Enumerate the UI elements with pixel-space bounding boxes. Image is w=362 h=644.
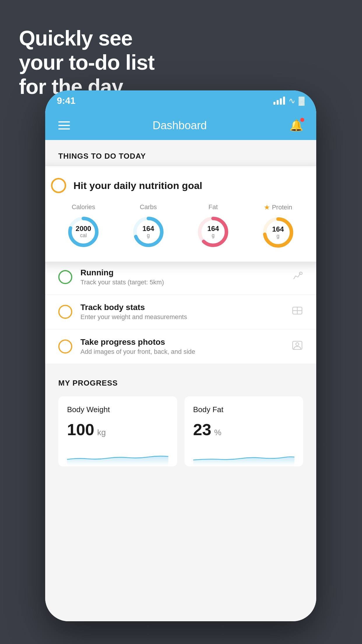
todo-body-stats[interactable]: Track body stats Enter your weight and m… — [45, 295, 316, 329]
app-header: Dashboard 🔔 — [45, 111, 316, 140]
todo-list: Running Track your stats (target: 5km) T… — [45, 260, 316, 364]
nutrition-popup-card: Hit your daily nutrition goal Calories 2… — [45, 166, 316, 262]
header-title: Dashboard — [153, 119, 207, 132]
popup-header: Hit your daily nutrition goal — [51, 178, 310, 193]
battery-icon: ▓ — [299, 96, 305, 105]
headline-line1: Quickly see — [19, 26, 154, 50]
todo-photos-subtitle: Add images of your front, back, and side — [80, 348, 283, 356]
todo-progress-photos[interactable]: Take progress photos Add images of your … — [45, 329, 316, 364]
nutrition-carbs: Carbs 164 g — [131, 203, 166, 249]
todo-running-subtitle: Track your stats (target: 5km) — [80, 279, 283, 286]
nutrition-fat: Fat 164 g — [196, 203, 231, 249]
body-fat-unit: % — [214, 428, 222, 437]
body-weight-chart — [67, 448, 168, 465]
person-icon — [291, 340, 303, 353]
carbs-label: Carbs — [140, 203, 157, 211]
todo-stats-circle — [58, 305, 72, 319]
body-weight-value-row: 100 kg — [67, 420, 168, 439]
nutrition-check-circle[interactable] — [51, 178, 66, 193]
body-weight-card-title: Body Weight — [67, 405, 168, 414]
body-fat-value: 23 — [193, 420, 211, 439]
todo-stats-subtitle: Enter your weight and measurements — [80, 313, 283, 321]
todo-photos-circle — [58, 340, 72, 354]
carbs-donut: 164 g — [131, 214, 166, 249]
notification-button[interactable]: 🔔 — [289, 119, 303, 132]
menu-button[interactable] — [58, 121, 70, 130]
status-icons: ∿ ▓ — [273, 96, 305, 106]
todo-stats-text: Track body stats Enter your weight and m… — [80, 303, 283, 321]
fat-donut: 164 g — [196, 214, 231, 249]
svg-point-8 — [299, 272, 302, 274]
headline-line2: your to-do list — [19, 50, 154, 75]
signal-icon — [273, 97, 285, 105]
popup-title: Hit your daily nutrition goal — [73, 180, 202, 191]
app-body: THINGS TO DO TODAY Hit your daily nutrit… — [45, 140, 316, 621]
fat-label: Fat — [208, 203, 218, 211]
scale-icon — [291, 305, 303, 318]
todo-stats-title: Track body stats — [80, 303, 283, 312]
body-fat-card-title: Body Fat — [193, 405, 295, 414]
nutrition-calories: Calories 2000 cal — [66, 203, 101, 249]
notification-dot — [300, 118, 304, 122]
things-today-title: THINGS TO DO TODAY — [58, 152, 146, 160]
nutrition-protein: ★ Protein 164 g — [261, 203, 296, 250]
progress-section-title: MY PROGRESS — [58, 379, 303, 388]
phone-mockup: 9:41 ∿ ▓ Dashboard 🔔 THINGS TO D — [45, 90, 316, 621]
body-fat-value-row: 23 % — [193, 420, 295, 439]
calories-label: Calories — [72, 203, 95, 211]
headline: Quickly see your to-do list for the day. — [19, 26, 154, 99]
protein-donut: 164 g — [261, 215, 296, 250]
status-bar: 9:41 ∿ ▓ — [45, 90, 316, 111]
things-today-section: THINGS TO DO TODAY — [45, 140, 316, 167]
status-time: 9:41 — [57, 95, 75, 106]
todo-running[interactable]: Running Track your stats (target: 5km) — [45, 260, 316, 295]
body-weight-unit: kg — [97, 428, 106, 437]
my-progress-section: MY PROGRESS Body Weight 100 kg — [45, 364, 316, 475]
body-fat-card[interactable]: Body Fat 23 % — [184, 396, 303, 466]
running-icon — [291, 271, 303, 284]
body-fat-chart — [193, 448, 295, 465]
body-weight-value: 100 — [67, 420, 94, 439]
nutrition-row: Calories 2000 cal Carbs — [51, 203, 310, 250]
calories-donut: 2000 cal — [66, 214, 101, 249]
wifi-icon: ∿ — [289, 96, 295, 106]
todo-photos-title: Take progress photos — [80, 337, 283, 347]
todo-photos-text: Take progress photos Add images of your … — [80, 337, 283, 356]
protein-label: ★ Protein — [264, 203, 292, 211]
svg-point-13 — [296, 343, 299, 346]
todo-running-title: Running — [80, 268, 283, 277]
star-icon: ★ — [264, 203, 270, 211]
todo-running-text: Running Track your stats (target: 5km) — [80, 268, 283, 286]
body-weight-card[interactable]: Body Weight 100 kg — [58, 396, 177, 466]
progress-cards: Body Weight 100 kg — [58, 396, 303, 466]
todo-running-circle — [58, 270, 72, 284]
